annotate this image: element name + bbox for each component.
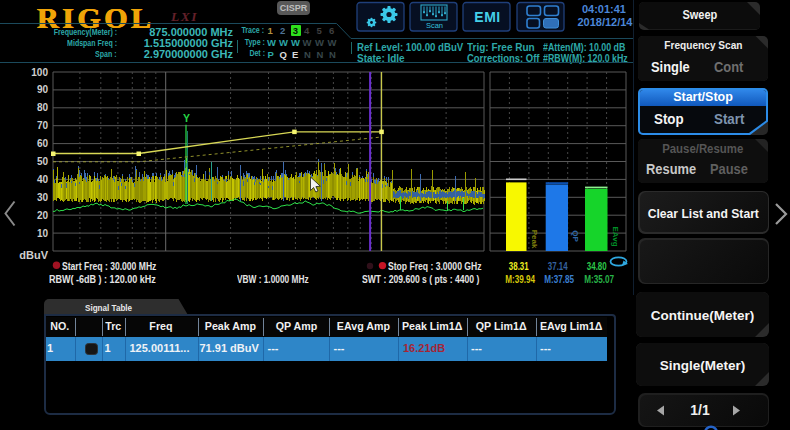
svg-text:Y: Y xyxy=(183,112,190,124)
svg-text:EMI: EMI xyxy=(474,9,500,25)
svg-text:Scan: Scan xyxy=(426,21,443,30)
svg-text:Peak: Peak xyxy=(530,230,539,249)
svg-text:EAvg: EAvg xyxy=(611,226,620,246)
svg-text:QP: QP xyxy=(571,230,580,242)
